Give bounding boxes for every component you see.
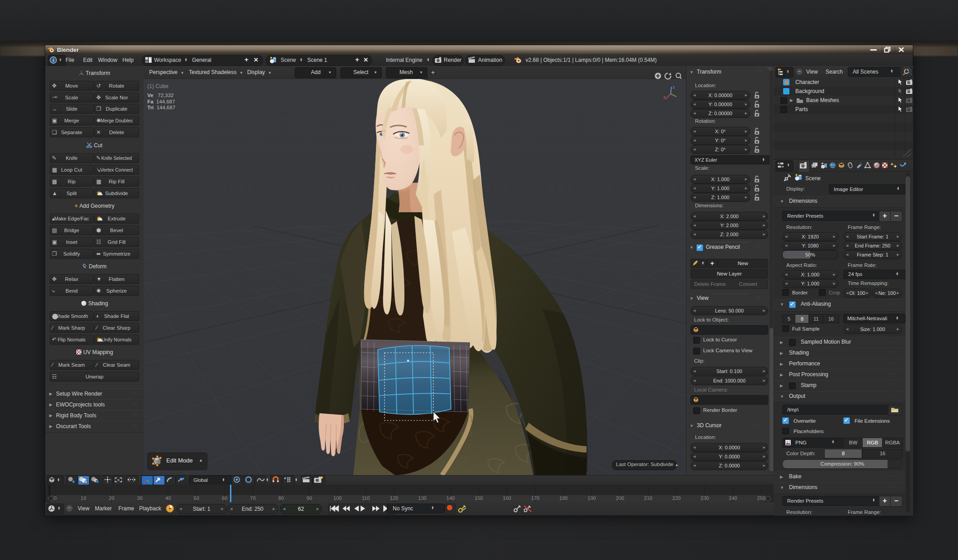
svg-text:z: z [673, 85, 675, 89]
svg-text:x: x [663, 95, 666, 99]
